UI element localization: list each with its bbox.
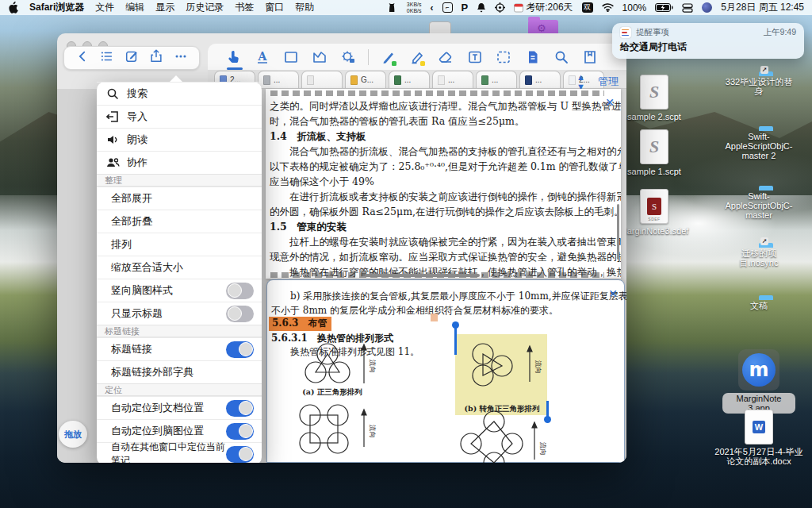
menu-section-locate: 定位 [97,383,262,396]
notification-banner[interactable]: 提醒事项 上午9:49 给交通局打电话 [612,23,804,59]
doc-line: 拉杆上的螺母在安装时就应该确保被完全的拧紧，因为在装入或者抽出管束时，容易 [270,234,594,249]
menu-bar: Safari浏览器 文件 编辑 显示 历史记录 书签 窗口 帮助 3KB/s0K… [0,0,812,15]
selection-start-handle[interactable] [454,325,457,355]
dashed-select-tool-button[interactable] [495,48,511,67]
ocr-tool-button[interactable] [339,48,356,67]
menu-item-import[interactable]: 导入 [97,105,262,128]
desktop-icon-sample1[interactable]: S sample 1.scpt [618,129,691,176]
menu-item-collapse-all[interactable]: 全部折叠 [97,210,262,233]
desktop-icon-sample2[interactable]: S sample 2.scpt [618,75,691,121]
document-tab[interactable]: ... [432,71,473,88]
menu-item-vertical-mindmap[interactable]: 竖向脑图样式 [97,279,262,302]
search-button[interactable] [552,48,571,67]
eraser-tool-button[interactable] [438,48,454,67]
desktop-icon-sdef[interactable]: SSDEF MarginNote3.sdef [618,189,691,236]
hand-tool-button[interactable] [225,48,242,67]
menu-history[interactable]: 历史记录 [186,1,224,14]
menu-item-title-link-dictionary[interactable]: 标题链接外部字典 [97,360,262,383]
desktop-icon-docx[interactable]: W 2021年5月27日-4-毕业论文的副本.docx [714,410,803,466]
p-status-icon[interactable]: P [462,2,469,13]
menu-item-arrange[interactable]: 排列 [97,233,262,256]
marginnote-status-icon[interactable]: ⌐ [442,2,453,13]
menu-item-search[interactable]: 搜索 [97,82,262,105]
menu-file[interactable]: 文件 [95,1,114,14]
menu-item-collaborate[interactable]: 协作 [97,151,262,174]
document-tab[interactable]: ... [519,71,561,88]
apple-menu-icon[interactable] [8,2,18,13]
doc-line: 之类的。同时焊渣以及焊瘤也应该进行清理。混合气加热器管板与 U 型换热管进行焊 [270,98,594,114]
highlighter-tool-button[interactable] [409,48,426,67]
toggle-vertical-mindmap[interactable] [226,283,254,299]
drag-handle-button[interactable]: 拖放 [59,421,87,448]
menu-help[interactable]: 帮助 [295,1,314,14]
dual-input-icon[interactable]: 双 [582,2,593,13]
menu-edit[interactable]: 编辑 [125,1,144,14]
bookmark-button[interactable] [580,48,599,67]
text-tool-button[interactable]: A [254,48,270,67]
marginnote-app-icon: m [742,353,776,387]
net-speed[interactable]: 3KB/s0KB/s [407,2,422,14]
menu-view[interactable]: 显示 [155,1,174,14]
share-button[interactable] [149,49,163,67]
toggle-locate-other-windows[interactable] [226,446,254,463]
menu-item-read-aloud[interactable]: 朗读 [97,128,262,151]
notification-app-name: 提醒事项 [636,27,669,38]
document-tab[interactable]: G... [345,71,386,88]
flow-direction-label: 流向 [369,425,377,438]
document-tab[interactable]: ... [389,71,430,88]
active-app-name[interactable]: Safari浏览器 [29,1,84,14]
countdown-widget[interactable]: 考研:206天 [514,1,573,14]
menu-item-title-link[interactable]: 标题链接 [97,337,262,360]
desktop-icon-swift-master2[interactable]: Swift-AppleScriptObjC-master 2 [722,129,795,160]
menu-item-auto-locate-mindmap[interactable]: 自动定位到脑图位置 [97,419,262,442]
textbox-tool-button[interactable] [466,48,483,67]
drive-icon[interactable] [682,3,693,13]
toggle-titles-only[interactable] [226,306,254,322]
menu-bookmarks[interactable]: 书签 [235,1,254,14]
menu-window[interactable]: 窗口 [265,1,284,14]
polygon-select-tool-button[interactable] [311,48,327,67]
desktop-icon-nosync[interactable]: 迁移的项目.nosync [722,246,795,267]
toggle-auto-locate-mindmap[interactable] [226,423,254,440]
desktop-icon-swift-master[interactable]: Swift-AppleScriptObjC-master [722,189,795,220]
menu-item-auto-locate-document[interactable]: 自动定位到文档位置 [97,396,262,419]
selection-end-handle[interactable] [546,401,549,420]
document-tab[interactable]: ... [258,71,299,88]
vertical-scrollbar[interactable] [617,204,619,260]
target-icon[interactable] [495,2,505,13]
desktop-icon-marginnote-app[interactable]: m MarginNote 3.app [722,349,795,414]
outline-list-button[interactable] [100,49,114,67]
document-toolbar: A [208,44,626,70]
menu-item-zoom-to-fit[interactable]: 缩放至合适大小 [97,256,262,279]
menubar-clock[interactable]: 5月28日 周五 12:45 [721,1,804,14]
desktop-icon-documents[interactable]: 文稿 [722,298,795,310]
cat-status-icon[interactable] [388,2,398,13]
document-tab[interactable] [301,71,343,88]
toggle-auto-locate-document[interactable] [226,400,254,417]
toolbar-divider [368,49,369,65]
battery-percent[interactable]: 100% [622,2,647,13]
horizontal-scrollbar[interactable] [365,274,480,277]
globe-icon[interactable] [702,2,712,13]
wifi-icon[interactable] [602,3,614,12]
toggle-title-link[interactable] [226,341,254,358]
document-panel-top[interactable]: 之类的。同时焊渣以及焊瘤也应该进行清理。混合气加热器管板与 U 型换热管进行焊 … [266,89,621,279]
more-options-button[interactable] [174,49,188,67]
chevron-left-icon[interactable]: ‹ [431,2,434,13]
close-panel-icon[interactable]: ✕ [608,288,618,299]
menu-item-titles-only[interactable]: 只显示标题 [97,302,262,325]
bell-icon[interactable] [477,2,486,13]
manage-tabs-button[interactable]: 管理 [598,75,619,89]
battery-icon[interactable] [655,3,673,12]
document-tab[interactable]: ... [476,71,517,88]
close-panel-icon[interactable]: ✕ [605,97,615,108]
rect-select-tool-button[interactable] [282,48,299,67]
compose-button[interactable] [124,49,139,67]
pen-tool-button[interactable] [381,48,397,67]
back-button[interactable] [75,49,90,67]
menu-item-expand-all[interactable]: 全部展开 [97,187,262,210]
document-mode-button[interactable] [523,48,542,67]
menu-item-locate-other-windows[interactable]: 自动在其他窗口中定位当前笔记 [97,442,262,463]
desktop-icon-332-alias[interactable]: 332毕业设计的替身 [722,75,795,96]
document-panel-bottom[interactable]: b) 采用胀接连接的复合管板,其复层最小厚度应不小于 10mm,并应保证距复层表… [266,279,625,463]
